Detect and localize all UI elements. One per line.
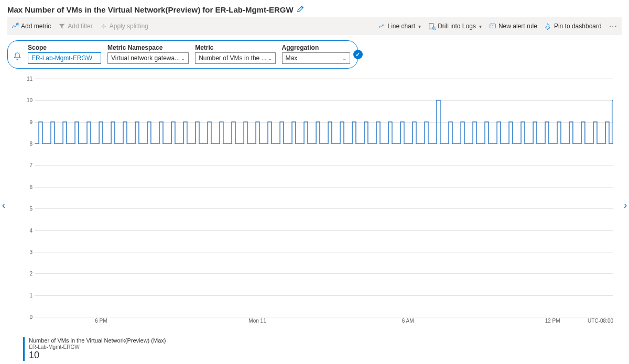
bell-icon: [13, 52, 21, 62]
metric-confirmed-badge: ✓: [353, 50, 363, 59]
y-tick-label: 4: [23, 227, 32, 233]
chart-next-arrow[interactable]: ›: [621, 199, 629, 211]
namespace-selector[interactable]: Virtual network gatewa... ⌄: [107, 52, 189, 64]
scope-selector[interactable]: ER-Lab-Mgmt-ERGW: [28, 52, 101, 64]
namespace-label: Metric Namespace: [107, 44, 189, 51]
new-alert-rule-button[interactable]: New alert rule: [489, 23, 537, 30]
legend-resource: ER-Lab-Mgmt-ERGW: [29, 344, 166, 350]
legend-value: 10: [29, 350, 166, 361]
chevron-down-icon: ▾: [418, 24, 421, 29]
metric-value: Number of VMs in the ...: [199, 54, 266, 62]
x-tick-label: 12 PM: [545, 318, 560, 324]
namespace-value: Virtual network gatewa...: [111, 54, 180, 62]
chevron-down-icon: ▾: [479, 24, 482, 29]
drill-into-logs-label: Drill into Logs: [438, 23, 476, 30]
legend-series-name: Number of VMs in the Virtual Network(Pre…: [29, 337, 166, 344]
y-tick-label: 8: [23, 141, 32, 147]
x-tick-label: 6 AM: [402, 318, 414, 324]
chevron-down-icon: ⌄: [181, 56, 185, 61]
y-tick-label: 10: [23, 97, 32, 103]
y-tick-label: 2: [23, 271, 32, 277]
legend-color-swatch: [23, 337, 25, 361]
x-tick-label: Mon 11: [248, 318, 266, 324]
chart-series-line: [35, 100, 613, 144]
pin-icon: [545, 23, 552, 30]
filter-icon: [58, 23, 66, 30]
y-tick-label: 0: [23, 314, 32, 320]
y-tick-label: 5: [23, 206, 32, 212]
x-tick-label: 6 PM: [95, 318, 107, 324]
apply-splitting-label: Apply splitting: [110, 23, 148, 30]
y-tick-label: 7: [23, 162, 32, 168]
more-options-button[interactable]: ···: [609, 23, 617, 30]
chart-legend: Number of VMs in the Virtual Network(Pre…: [23, 337, 166, 361]
scope-value: ER-Lab-Mgmt-ERGW: [31, 54, 92, 62]
chart-type-dropdown[interactable]: Line chart ▾: [378, 23, 421, 30]
drill-into-logs-dropdown[interactable]: Drill into Logs ▾: [428, 23, 482, 30]
line-chart-icon: [378, 23, 385, 30]
split-icon: [100, 23, 107, 30]
pin-to-dashboard-button[interactable]: Pin to dashboard: [545, 23, 602, 30]
add-metric-icon: [12, 23, 19, 30]
chart-type-label: Line chart: [387, 23, 415, 30]
new-alert-rule-label: New alert rule: [498, 23, 537, 30]
add-filter-label: Add filter: [68, 23, 92, 30]
add-metric-button[interactable]: Add metric: [12, 23, 51, 30]
page-title: Max Number of VMs in the Virtual Network…: [7, 5, 294, 14]
aggregation-value: Max: [286, 54, 298, 62]
chevron-down-icon: ⌄: [342, 56, 346, 61]
metric-picker: Scope ER-Lab-Mgmt-ERGW Metric Namespace …: [7, 40, 358, 69]
svg-rect-1: [429, 24, 433, 29]
y-tick-label: 9: [23, 119, 32, 125]
y-tick-label: 3: [23, 249, 32, 255]
metric-label: Metric: [195, 44, 275, 51]
timezone-label: UTC-08:00: [588, 318, 613, 324]
chart-prev-arrow[interactable]: ‹: [0, 199, 8, 211]
chevron-down-icon: ⌄: [268, 56, 272, 61]
chart: UTC-08:00 6 PMMon 116 AM12 PM 0123456789…: [23, 79, 613, 327]
metric-selector[interactable]: Number of VMs in the ... ⌄: [195, 52, 275, 64]
aggregation-label: Aggregation: [282, 44, 350, 51]
alert-rule-icon: [489, 23, 496, 30]
add-metric-label: Add metric: [21, 23, 51, 30]
edit-title-icon[interactable]: [297, 5, 304, 14]
y-tick-label: 1: [23, 292, 32, 298]
logs-icon: [428, 23, 436, 30]
pin-to-dashboard-label: Pin to dashboard: [554, 23, 602, 30]
metrics-toolbar: Add metric Add filter Apply splitting: [7, 17, 622, 35]
y-tick-label: 6: [23, 184, 32, 190]
aggregation-selector[interactable]: Max ⌄: [282, 52, 350, 64]
y-tick-label: 11: [23, 76, 32, 82]
apply-splitting-button[interactable]: Apply splitting: [100, 23, 148, 30]
scope-label: Scope: [28, 44, 101, 51]
add-filter-button[interactable]: Add filter: [58, 23, 92, 30]
